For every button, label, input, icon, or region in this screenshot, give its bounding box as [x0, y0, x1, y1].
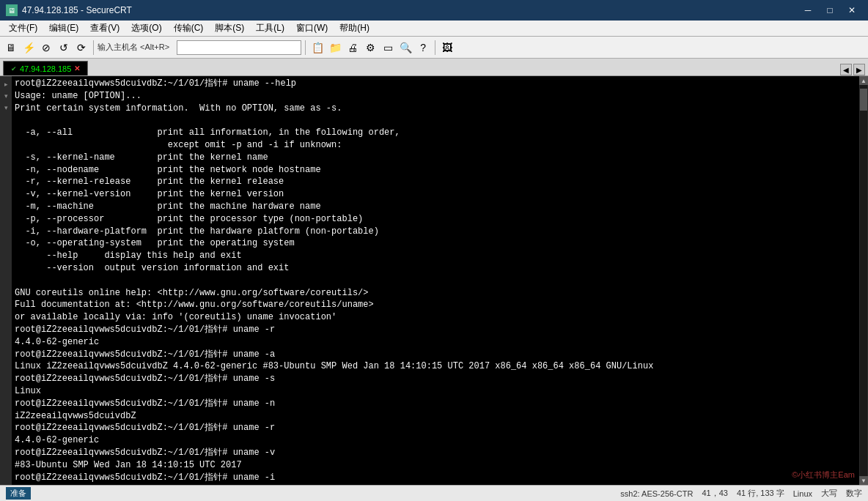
status-left: 准备: [6, 487, 31, 500]
status-position: 41，43: [702, 488, 727, 499]
toolbar-btn-3[interactable]: ⊘: [38, 40, 54, 56]
tab-next-btn[interactable]: ▶: [853, 64, 865, 75]
terminal-wrapper: ▸ ▾ ▾ root@iZ2zeeailqvwws5dcuivdbZ:~/1/0…: [0, 76, 868, 485]
scroll-thumb[interactable]: [860, 89, 867, 111]
status-right: ssh2: AES-256-CTR 41，43 41 行, 133 字 Linu…: [620, 488, 862, 499]
tab-label: 47.94.128.185: [20, 64, 71, 73]
toolbar-map-btn[interactable]: ▭: [380, 40, 396, 56]
menu-transfer[interactable]: 传输(C): [168, 21, 210, 36]
side-icons: ▸ ▾ ▾: [0, 76, 12, 485]
tab-nav: ◀ ▶: [840, 64, 865, 75]
toolbar-settings-btn[interactable]: ⚙: [362, 40, 378, 56]
status-bar: 准备 ssh2: AES-256-CTR 41，43 41 行, 133 字 L…: [0, 485, 868, 501]
scroll-down-btn[interactable]: ▼: [859, 476, 868, 485]
host-input-container: [177, 40, 301, 55]
status-ssh: ssh2: AES-256-CTR: [620, 489, 693, 498]
side-icon-1[interactable]: ▸: [1, 79, 11, 89]
minimize-button[interactable]: ─: [798, 2, 818, 18]
toolbar-btn-4[interactable]: ↺: [56, 40, 72, 56]
scrollbar: ▲ ▼: [859, 76, 868, 485]
toolbar-filter-btn[interactable]: 🔍: [397, 40, 413, 56]
toolbar-btn-5[interactable]: ⟳: [73, 40, 89, 56]
host-label: 输入主机名 <Alt+R>: [98, 42, 169, 53]
tab-bar: ✔ 47.94.128.185 ✕ ◀ ▶: [0, 59, 868, 76]
toolbar-btn-2[interactable]: ⚡: [21, 40, 37, 56]
menu-tools[interactable]: 工具(L): [250, 21, 290, 36]
menu-help[interactable]: 帮助(H): [334, 21, 375, 36]
app-icon: 🖥: [6, 4, 18, 16]
tab-active[interactable]: ✔ 47.94.128.185 ✕: [3, 61, 88, 75]
terminal-output[interactable]: root@iZ2zeeailqvwws5dcuivdbZ:~/1/01/指针# …: [12, 76, 859, 485]
scroll-up-btn[interactable]: ▲: [859, 76, 868, 85]
toolbar-btn-1[interactable]: 🖥: [3, 40, 19, 56]
status-num: 数字: [846, 488, 862, 499]
menu-script[interactable]: 脚本(S): [209, 21, 250, 36]
toolbar-paste-btn[interactable]: 📁: [327, 40, 343, 56]
tab-close-btn[interactable]: ✕: [74, 64, 80, 73]
toolbar: 🖥 ⚡ ⊘ ↺ ⟳ 输入主机名 <Alt+R> 📋 📁 🖨 ⚙ ▭ 🔍 ? 🖼: [0, 37, 868, 59]
toolbar-print-btn[interactable]: 🖨: [345, 40, 361, 56]
title-bar: 🖥 47.94.128.185 - SecureCRT ─ □ ✕: [0, 0, 868, 21]
menu-edit[interactable]: 编辑(E): [43, 21, 84, 36]
status-caps: 大写: [821, 488, 837, 499]
toolbar-image-btn[interactable]: 🖼: [439, 40, 455, 56]
close-button[interactable]: ✕: [842, 2, 862, 18]
toolbar-copy-btn[interactable]: 📋: [309, 40, 326, 56]
menu-file[interactable]: 文件(F): [3, 21, 43, 36]
status-os: Linux: [793, 489, 812, 498]
status-ready: 准备: [6, 487, 31, 500]
side-icon-2[interactable]: ▾: [1, 91, 11, 101]
menu-options[interactable]: 选项(O): [125, 21, 167, 36]
menu-window[interactable]: 窗口(W): [290, 21, 334, 36]
window-controls: ─ □ ✕: [798, 2, 862, 18]
menu-view[interactable]: 查看(V): [84, 21, 125, 36]
tab-prev-btn[interactable]: ◀: [840, 64, 852, 75]
toolbar-help-btn[interactable]: ?: [415, 40, 431, 56]
status-lines: 41 行, 133 字: [737, 488, 784, 499]
toolbar-separator-2: [305, 40, 306, 55]
title-bar-left: 🖥 47.94.128.185 - SecureCRT: [6, 4, 132, 16]
maximize-button[interactable]: □: [820, 2, 840, 18]
side-icon-3[interactable]: ▾: [1, 103, 11, 113]
scroll-track[interactable]: [860, 85, 867, 476]
window-title: 47.94.128.185 - SecureCRT: [22, 5, 132, 15]
toolbar-separator-3: [435, 40, 435, 55]
menu-bar: 文件(F) 编辑(E) 查看(V) 选项(O) 传输(C) 脚本(S) 工具(L…: [0, 21, 868, 37]
toolbar-separator-1: [93, 40, 94, 55]
host-input[interactable]: [180, 43, 298, 52]
